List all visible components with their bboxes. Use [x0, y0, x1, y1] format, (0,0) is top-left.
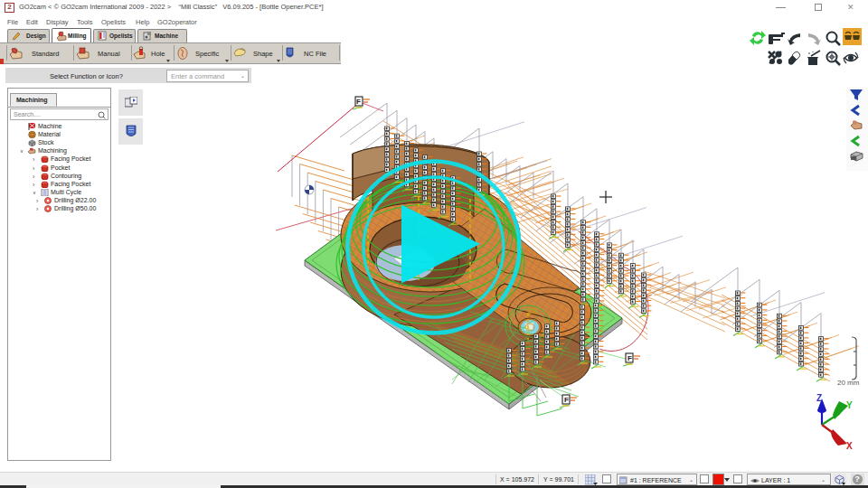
svg-text:X: X	[846, 441, 853, 451]
svg-text:F: F	[564, 396, 569, 404]
svg-text:20 mm: 20 mm	[837, 379, 860, 387]
svg-text:F: F	[356, 98, 361, 106]
svg-text:22: 22	[527, 306, 536, 315]
svg-text:Z: Z	[816, 393, 822, 403]
svg-text:Y: Y	[846, 400, 853, 410]
svg-text:F: F	[627, 354, 632, 362]
